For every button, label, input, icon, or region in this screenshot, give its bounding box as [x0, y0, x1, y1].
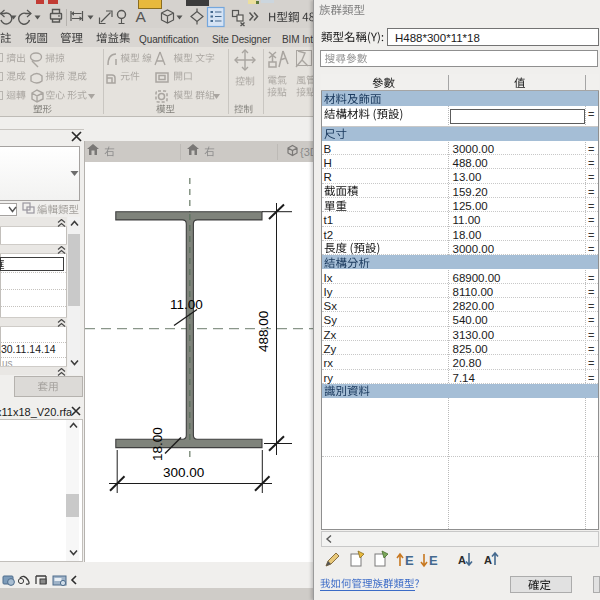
svg-text:E: E	[405, 553, 414, 568]
svg-text:18.00: 18.00	[150, 427, 165, 461]
svg-text:A: A	[136, 8, 147, 25]
svg-text:A: A	[458, 554, 466, 566]
svg-text:11.00: 11.00	[170, 297, 203, 312]
svg-text:488.00: 488.00	[256, 311, 271, 352]
svg-text:A: A	[484, 554, 492, 566]
svg-text:300.00: 300.00	[163, 465, 204, 480]
svg-text:E: E	[429, 553, 438, 568]
